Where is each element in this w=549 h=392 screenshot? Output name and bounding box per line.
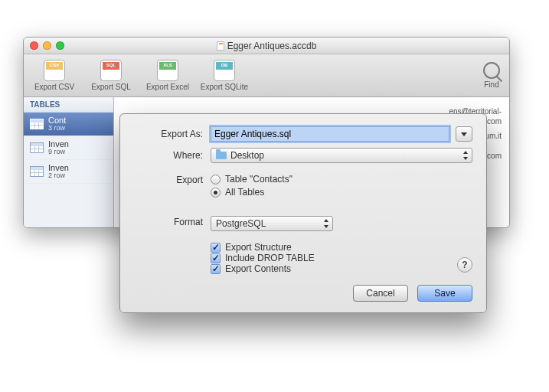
table-item-inventory[interactable]: Inven 9 row (24, 136, 113, 160)
check-export-structure[interactable]: Export Structure (211, 242, 472, 253)
table-icon (30, 166, 44, 177)
expand-button[interactable] (456, 126, 472, 142)
traffic-lights (24, 41, 64, 50)
zoom-icon[interactable] (56, 41, 64, 50)
where-value: Desktop (230, 150, 264, 161)
sidebar-header: TABLES (24, 97, 113, 113)
button-label: Save (434, 288, 455, 299)
radio-icon (211, 188, 221, 198)
db-icon: DB (214, 60, 235, 81)
table-item-contacts[interactable]: Cont 3 row (24, 113, 113, 136)
button-label: Cancel (366, 288, 394, 299)
table-icon (30, 119, 44, 129)
close-icon[interactable] (30, 41, 38, 50)
save-button[interactable]: Save (417, 285, 472, 302)
check-label: Export Contents (225, 263, 291, 274)
check-label: Include DROP TABLE (225, 253, 315, 263)
export-dialog: Export As: Where: Desktop Export Table "… (119, 113, 487, 313)
chevron-down-icon (461, 132, 467, 136)
toolbar: CSV Export CSV SQL Export SQL XLS Export… (24, 54, 509, 97)
export-as-label: Export As: (134, 129, 203, 139)
checkbox-icon (211, 253, 221, 263)
format-label: Format (134, 216, 203, 227)
radio-table[interactable]: Table "Contacts" (211, 174, 472, 185)
search-icon (483, 62, 500, 79)
where-label: Where: (134, 150, 203, 161)
toolbar-label: Export SQL (91, 83, 131, 91)
csv-icon: CSV (44, 60, 65, 81)
find-button[interactable]: Find (483, 62, 505, 89)
toolbar-label: Export Excel (146, 83, 189, 91)
titlebar: Egger Antiques.accdb (24, 38, 509, 54)
help-button[interactable]: ? (457, 257, 472, 273)
filename-input[interactable] (211, 126, 449, 142)
folder-icon (216, 152, 227, 159)
radio-icon (211, 175, 221, 185)
find-label: Find (484, 80, 498, 89)
sidebar: TABLES Cont 3 row Inven 9 row Inven (24, 97, 114, 227)
checkbox-icon (211, 243, 221, 253)
toolbar-label: Export CSV (34, 83, 74, 91)
radio-all-tables[interactable]: All Tables (211, 187, 472, 198)
table-item-inventory-2[interactable]: Inven 2 row (24, 160, 113, 184)
radio-label: All Tables (225, 187, 264, 198)
export-sql-button[interactable]: SQL Export SQL (85, 57, 137, 95)
help-label: ? (462, 260, 467, 270)
export-scope-label: Export (134, 174, 203, 185)
format-value: PostgreSQL (216, 218, 266, 229)
sql-icon: SQL (100, 60, 122, 81)
check-label: Export Structure (225, 242, 292, 253)
minimize-icon[interactable] (43, 41, 51, 50)
cancel-button[interactable]: Cancel (353, 285, 408, 302)
export-excel-button[interactable]: XLS Export Excel (142, 57, 194, 95)
document-icon (217, 41, 224, 51)
toolbar-label: Export SQLite (201, 83, 248, 91)
checkbox-icon (211, 264, 221, 274)
window-title: Egger Antiques.accdb (24, 41, 509, 51)
window-title-text: Egger Antiques.accdb (227, 41, 317, 51)
xls-icon: XLS (157, 60, 178, 81)
radio-label: Table "Contacts" (225, 174, 292, 185)
where-popup[interactable]: Desktop (211, 148, 472, 163)
export-sqlite-button[interactable]: DB Export SQLite (198, 57, 250, 95)
export-csv-button[interactable]: CSV Export CSV (28, 57, 80, 95)
table-icon (30, 142, 44, 153)
format-popup[interactable]: PostgreSQL (211, 216, 333, 231)
table-rows: 3 row (48, 125, 66, 132)
table-rows: 2 row (48, 172, 69, 180)
check-export-contents[interactable]: Export Contents (211, 263, 472, 274)
table-rows: 9 row (48, 149, 69, 156)
check-include-drop[interactable]: Include DROP TABLE (211, 253, 472, 263)
